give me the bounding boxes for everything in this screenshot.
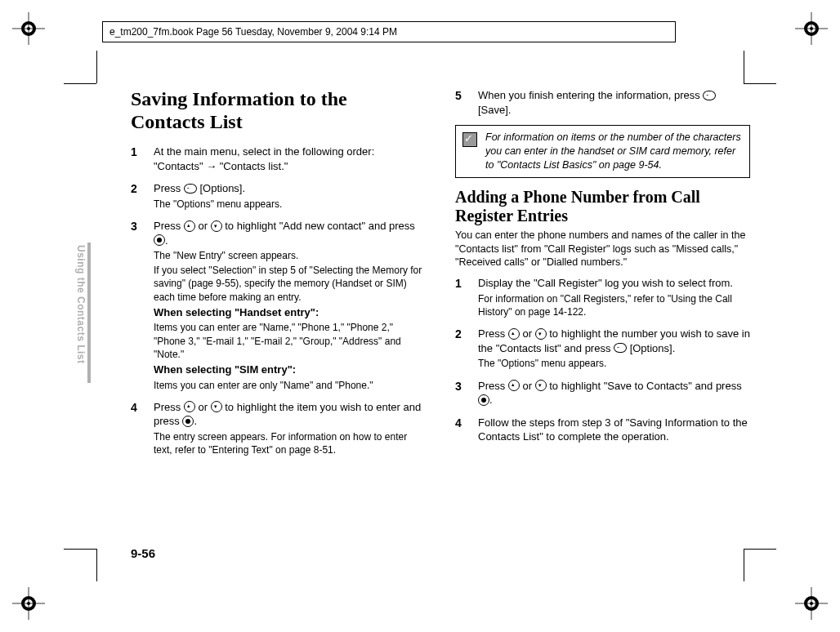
text: or (195, 220, 211, 232)
text: to highlight "Save to Contacts" and pres… (547, 380, 742, 392)
registration-mark-icon (12, 12, 45, 45)
right-column: 5 When you finish entering the informati… (440, 88, 755, 563)
r-step-2: 2 Press or to highlight the number you w… (455, 327, 750, 370)
step-3: 3 Press or to highlight "Add new contact… (131, 219, 426, 392)
nav-down-icon (535, 380, 547, 391)
softkey-icon (703, 91, 716, 100)
note-box: For information on items or the number o… (455, 125, 750, 178)
step-note: The "New Entry" screen appears. (154, 249, 426, 262)
registration-mark-icon (795, 12, 828, 45)
step-body: Press or to highlight the item you wish … (154, 400, 426, 456)
crop-mark-icon (64, 51, 96, 83)
registration-mark-icon (12, 587, 45, 620)
text: to highlight "Add new contact" and press (222, 220, 415, 232)
step-note: For information on "Call Registers," ref… (478, 292, 750, 318)
text: Press (478, 327, 508, 340)
step-4: 4 Press or to highlight the item you wis… (131, 400, 426, 456)
crop-mark-icon (64, 549, 96, 581)
step-note: The "Options" menu appears. (478, 357, 750, 370)
step-note: The entry screen appears. For informatio… (154, 430, 426, 456)
text: Press (154, 220, 184, 232)
note-text: For information on items or the number o… (485, 131, 743, 172)
step-number: 4 (455, 416, 478, 444)
center-key-icon (182, 416, 194, 427)
text: Press (154, 401, 184, 413)
text: [Options]. (627, 342, 675, 354)
step-body: When you finish entering the information… (478, 88, 750, 117)
section-title: Saving Information to the Contacts List (131, 88, 426, 133)
step-5: 5 When you finish entering the informati… (455, 88, 750, 117)
step-body: Press or to highlight "Add new contact" … (154, 219, 426, 392)
step-number: 3 (131, 219, 154, 392)
intro-text: You can enter the phone numbers and name… (455, 229, 750, 270)
text: When you finish entering the information… (478, 89, 703, 101)
nav-up-icon (508, 380, 520, 391)
step-2: 2 Press [Options]. The "Options" menu ap… (131, 181, 426, 211)
text: Press (154, 182, 184, 194)
step-subhead: When selecting "SIM entry": (154, 363, 426, 377)
nav-up-icon (184, 401, 195, 412)
r-step-3: 3 Press or to highlight "Save to Contact… (455, 379, 750, 407)
text: or (520, 380, 535, 392)
step-number: 3 (455, 379, 478, 407)
left-column: Saving Information to the Contacts List … (105, 88, 440, 563)
step-number: 1 (131, 145, 154, 173)
step-subhead: When selecting "Handset entry": (154, 305, 426, 320)
softkey-icon (184, 184, 197, 194)
step-body: At the main menu, select in the followin… (154, 145, 426, 173)
step-1: 1 At the main menu, select in the follow… (131, 145, 426, 173)
step-body: Follow the steps from step 3 of "Saving … (478, 416, 750, 444)
side-section-bar (87, 243, 91, 383)
step-body: Display the "Call Register" log you wish… (478, 276, 750, 318)
text: or (195, 401, 211, 413)
text: [Save]. (478, 104, 511, 116)
nav-up-icon (508, 328, 520, 340)
r-step-4: 4 Follow the steps from step 3 of "Savin… (455, 416, 750, 444)
step-body: Press [Options]. The "Options" menu appe… (154, 181, 426, 211)
subsection-title: Adding a Phone Number from Call Register… (455, 188, 750, 225)
nav-down-icon (535, 328, 547, 340)
text: [Options]. (197, 182, 245, 194)
step-number: 4 (131, 400, 154, 456)
step-note: Items you can enter are "Name," "Phone 1… (154, 321, 426, 361)
step-number: 2 (131, 181, 154, 211)
page-body: Saving Information to the Contacts List … (105, 88, 755, 563)
step-body: Press or to highlight the number you wis… (478, 327, 750, 370)
step-note: The "Options" menu appears. (154, 198, 426, 211)
step-note: If you select "Selection" in step 5 of "… (154, 264, 426, 304)
step-body: Press or to highlight "Save to Contacts"… (478, 379, 750, 407)
text: . (489, 394, 493, 406)
text: . (165, 234, 168, 247)
text: or (520, 327, 535, 340)
registration-mark-icon (795, 587, 828, 620)
step-note: Items you can enter are only "Name" and … (154, 379, 426, 392)
page-number: 9-56 (131, 545, 155, 562)
center-key-icon (154, 234, 165, 246)
page-header: e_tm200_7fm.book Page 56 Tuesday, Novemb… (102, 21, 676, 42)
side-section-label: Using the Contacts List (74, 245, 87, 364)
nav-up-icon (184, 220, 195, 232)
nav-down-icon (211, 401, 222, 412)
nav-down-icon (211, 220, 222, 232)
softkey-icon (614, 343, 627, 353)
text: Display the "Call Register" log you wish… (478, 277, 733, 289)
checkmark-icon (462, 132, 477, 147)
r-step-1: 1 Display the "Call Register" log you wi… (455, 276, 750, 318)
text: . (194, 415, 197, 427)
step-number: 1 (455, 276, 478, 318)
text: Press (478, 380, 508, 392)
crop-mark-icon (744, 51, 776, 83)
step-number: 2 (455, 327, 478, 370)
center-key-icon (478, 394, 489, 406)
step-number: 5 (455, 88, 478, 117)
